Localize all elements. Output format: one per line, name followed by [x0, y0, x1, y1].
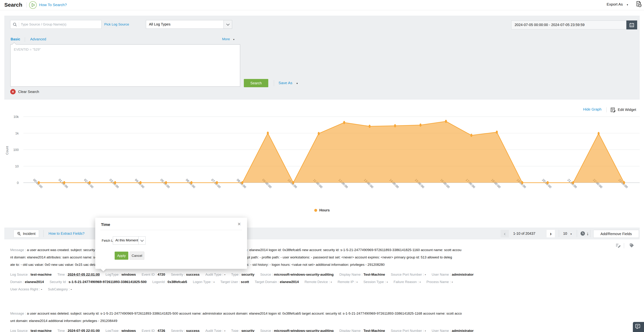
field-pair: Type : security [231, 273, 254, 276]
log-fields-line: Log Source : test-machineTime : 2024-07-… [10, 329, 632, 332]
popup-notch [100, 266, 106, 271]
field-value: windows [122, 273, 136, 276]
svg-text:Count: Count [6, 146, 9, 155]
field-value: - [452, 280, 453, 284]
field-value: security [241, 329, 254, 332]
cancel-button[interactable]: Cancel [130, 252, 144, 260]
caret-down-icon: ▼ [626, 3, 628, 6]
source-input-placeholder: Type Source / Group Name(s) [21, 22, 66, 26]
caret-down-icon: ▼ [570, 233, 572, 235]
message-label: Message [10, 248, 24, 252]
field-value: Test-Machine [364, 273, 385, 276]
close-icon[interactable]: ✕ [237, 222, 241, 227]
field-pair: SubCategory : - [48, 287, 72, 291]
svg-text:20:00:00: 20:00:00 [542, 178, 552, 189]
search-icon [12, 22, 17, 27]
log-type-select[interactable]: All Log Types [146, 20, 232, 29]
field-value: - [41, 287, 42, 291]
divider [274, 80, 274, 86]
tag-icon[interactable] [629, 243, 635, 248]
svg-text:04:00:00: 04:00:00 [134, 178, 145, 189]
svg-text:100: 100 [13, 148, 19, 152]
message-label: Message [10, 312, 24, 315]
incident-icon [17, 231, 21, 236]
arrow-down-icon: ↓ [586, 231, 589, 236]
field-value: - [387, 280, 388, 284]
calendar-button[interactable] [626, 20, 637, 29]
field-pair: LogonId : 0x38fefcab5 [152, 280, 187, 284]
field-value: success [186, 273, 200, 276]
more-label: More [222, 37, 230, 41]
field-value: administrator [452, 273, 474, 276]
divider [25, 37, 25, 42]
apply-button[interactable]: Apply [115, 252, 128, 260]
field-pair: Audit Type : - [206, 329, 226, 332]
feedback-widget-button[interactable] [633, 322, 644, 332]
divider [44, 230, 44, 237]
field-pair: Display Name : Test-Machine [340, 329, 385, 332]
svg-text:0: 0 [17, 181, 19, 185]
sort-by-time-button[interactable]: ↓ [580, 230, 589, 237]
divider [577, 230, 577, 237]
divider [26, 2, 27, 8]
field-value: scott [241, 280, 249, 284]
page-size-value: 10 [563, 231, 567, 235]
field-value: s-1-5-21-2477490969-972611893-3386141825… [69, 280, 146, 284]
how-to-search-link[interactable]: How To Search? [39, 3, 67, 7]
caret-down-icon: ▼ [296, 82, 298, 85]
field-value: microsoft-windows-security-auditing [274, 273, 334, 276]
prev-page-button[interactable]: ‹ [500, 230, 509, 237]
page-range: 1-10 of 20437 [513, 231, 535, 236]
source-search-box[interactable]: Type Source / Group Name(s) [10, 20, 102, 29]
header-divider [0, 10, 644, 10]
field-pair: Source Port Number : - [391, 273, 426, 276]
date-range-field[interactable]: 2024-07-05 00:00:00 - 2024-07-05 23:59:5… [511, 20, 626, 29]
add-remove-fields-button[interactable]: Add/Remove Fields [593, 230, 639, 238]
field-value: 0x38fefcab5 [168, 280, 187, 284]
pick-log-source-link[interactable]: Pick Log Source [104, 22, 129, 26]
search-button[interactable]: Search [244, 79, 268, 87]
field-value: microsoft-windows-security-auditing [274, 329, 334, 332]
page-title: Search [4, 2, 22, 8]
page-size-select[interactable]: 10 ▼ [563, 231, 572, 236]
field-value: - [425, 273, 426, 276]
tab-basic[interactable]: Basic [10, 37, 20, 41]
next-page-button[interactable]: › [546, 230, 555, 237]
time-popup: Time ✕ Fetch Logs At this Moment Apply C… [95, 218, 247, 269]
more-menu[interactable]: More ▼ [222, 37, 235, 41]
field-pair: Time : 2024-07-05 22:01:00 [57, 273, 100, 276]
play-video-icon[interactable] [29, 1, 37, 9]
fetch-logs-select[interactable]: At this Moment [113, 236, 146, 245]
field-value: - [420, 280, 421, 284]
annotate-icon[interactable] [615, 243, 621, 248]
field-value: - [425, 329, 426, 332]
clear-search-button[interactable]: ✕ Clear Search [10, 89, 39, 94]
export-as-button[interactable]: Export As ▼ [606, 2, 628, 6]
field-pair: LogType : windows [106, 273, 136, 276]
chart-legend[interactable]: Hours [0, 208, 644, 212]
scheduled-export-icon[interactable] [635, 1, 642, 8]
field-pair: Source Port Number : - [391, 329, 426, 332]
incident-label: Incident [23, 232, 36, 236]
field-value: 2024-07-05 22:01:00 [68, 329, 100, 332]
save-as-button[interactable]: Save As ▼ [278, 81, 298, 85]
log-type-value: All Log Types [149, 22, 170, 26]
field-value: success [186, 329, 200, 332]
tab-advanced[interactable]: Advanced [30, 37, 46, 41]
field-pair: Failure Reason : - [394, 280, 421, 284]
incident-button[interactable]: Incident [14, 230, 39, 238]
time-link[interactable]: 2024-07-05 22:01:00 [68, 273, 100, 276]
field-pair: Time : 2024-07-05 22:01:00 [57, 329, 100, 332]
query-textarea[interactable]: EVENTID = "529" [10, 44, 240, 87]
chevron-down-icon [138, 237, 145, 244]
field-pair: Logon Type : - [193, 280, 214, 284]
field-value: test-machine [30, 329, 52, 332]
field-pair: Remote IP : - [338, 280, 358, 284]
svg-text:01:00:00: 01:00:00 [58, 178, 69, 189]
how-to-extract-fields-link[interactable]: How to Extract Fields? [48, 231, 84, 236]
field-pair: User Name : administrator [432, 273, 474, 276]
clock-sort-icon [580, 230, 586, 237]
field-value: - [224, 273, 225, 276]
field-pair: User Access Right : - [10, 287, 42, 291]
log-fields-line: User Access Right : -SubCategory : - [10, 287, 632, 292]
